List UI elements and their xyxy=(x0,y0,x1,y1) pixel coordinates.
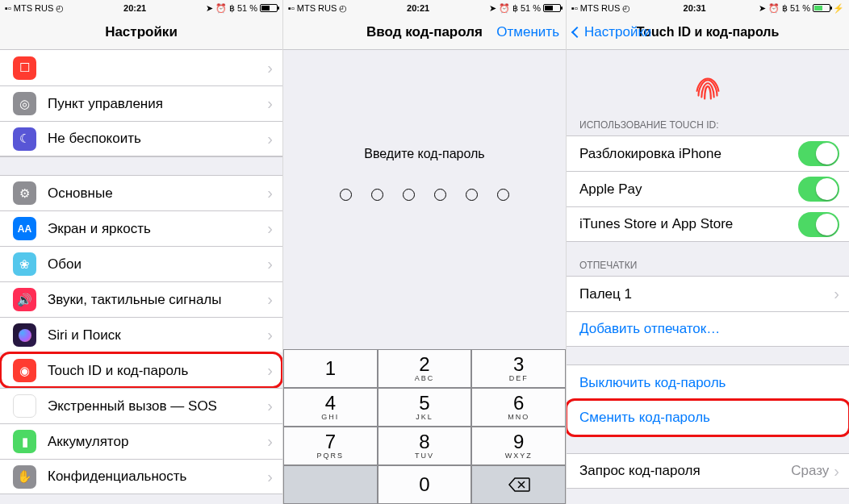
cancel-button[interactable]: Отменить xyxy=(490,15,566,50)
chevron-right-icon: › xyxy=(834,285,839,303)
settings-row-cut[interactable]: ☐ › xyxy=(0,50,282,85)
bluetooth-icon: ฿ xyxy=(782,3,788,14)
row-label: Добавить отпечаток… xyxy=(579,321,839,337)
nav-bar: Ввод код-пароля Отменить xyxy=(283,15,566,50)
nav-bar: Настройки xyxy=(0,15,282,50)
chevron-right-icon: › xyxy=(834,462,839,481)
passcode-dot xyxy=(434,189,446,201)
bluetooth-icon: ฿ xyxy=(512,3,518,14)
hand-icon: ✋ xyxy=(13,465,36,489)
settings-row-siri[interactable]: Siri и Поиск› xyxy=(0,317,282,352)
key-7[interactable]: 7PQRS xyxy=(283,427,378,465)
row-label: Разблокировка iPhone xyxy=(579,146,798,162)
passcode-entry-screen: ▪▫ MTS RUS ◴ 20:21 ➤ ⏰ ฿ 51 % Ввод код-п… xyxy=(283,0,567,504)
chevron-right-icon: › xyxy=(267,397,273,415)
key-5[interactable]: 5JKL xyxy=(378,388,472,427)
chevron-right-icon: › xyxy=(267,184,273,202)
back-button[interactable]: Настройки xyxy=(567,15,658,50)
row-label: Обои xyxy=(48,256,267,273)
moon-icon: ☾ xyxy=(13,127,36,151)
chevron-right-icon: › xyxy=(267,219,273,238)
row-label: Палец 1 xyxy=(579,286,834,302)
passcode-dot xyxy=(371,189,383,201)
key-9[interactable]: 9WXYZ xyxy=(471,427,566,465)
key-4[interactable]: 4GHI xyxy=(283,388,378,427)
key-8[interactable]: 8TUV xyxy=(378,427,472,465)
battery-icon xyxy=(543,4,561,12)
row-label: Не беспокоить xyxy=(48,131,267,147)
status-bar: ▪▫ MTS RUS ◴ 20:21 ➤ ⏰ ฿ 51 % xyxy=(283,0,566,15)
fingerprint-row[interactable]: Палец 1› xyxy=(567,276,849,311)
settings-row-privacy[interactable]: ✋Конфиденциальность› xyxy=(0,459,282,494)
chevron-right-icon: › xyxy=(267,59,273,77)
alarm-icon: ⏰ xyxy=(215,3,227,14)
row-label: Конфиденциальность xyxy=(48,469,267,485)
row-label: iTunes Store и App Store xyxy=(579,216,798,232)
page-title: Настройки xyxy=(105,24,178,40)
numeric-keypad: 1 2ABC 3DEF 4GHI 5JKL 6MNO 7PQRS 8TUV 9W… xyxy=(283,349,566,504)
battery-pct: 51 % xyxy=(521,3,541,13)
key-empty xyxy=(283,465,378,504)
row-label: Сменить код-пароль xyxy=(579,410,839,426)
toggle-applepay[interactable] xyxy=(798,177,839,202)
settings-row-touchid[interactable]: ◉Touch ID и код-пароль› xyxy=(0,352,282,388)
passcode-dots xyxy=(283,189,566,201)
row-label: Аккумулятор xyxy=(48,434,267,450)
siri-icon xyxy=(13,323,36,347)
page-title: Ввод код-пароля xyxy=(366,24,483,40)
gear-icon: ⚙ xyxy=(13,181,36,205)
passcode-prompt: Введите код-пароль xyxy=(283,147,566,161)
charging-icon: ⚡ xyxy=(833,3,844,14)
settings-row-battery[interactable]: ▮Аккумулятор› xyxy=(0,423,282,459)
wifi-icon: ◴ xyxy=(622,3,630,14)
toggle-itunes[interactable] xyxy=(798,212,839,237)
key-6[interactable]: 6MNO xyxy=(471,388,566,427)
carrier-label: MTS RUS xyxy=(297,3,337,13)
sound-icon: 🔊 xyxy=(13,288,36,311)
settings-row-general[interactable]: ⚙Основные› xyxy=(0,175,282,210)
signal-icon: ▪▫ xyxy=(5,3,11,13)
row-label: Touch ID и код-пароль xyxy=(48,363,267,379)
location-icon: ➤ xyxy=(206,3,213,14)
change-passcode-button[interactable]: Сменить код-пароль xyxy=(567,400,849,435)
add-fingerprint-button[interactable]: Добавить отпечаток… xyxy=(567,311,849,347)
passcode-dot xyxy=(497,189,509,201)
row-label: Siri и Поиск xyxy=(48,327,267,344)
key-3[interactable]: 3DEF xyxy=(471,349,566,388)
signal-icon: ▪▫ xyxy=(571,3,578,13)
row-label: Apple Pay xyxy=(579,181,798,198)
chevron-right-icon: › xyxy=(267,94,273,113)
settings-row-control-center[interactable]: ◎ Пункт управления › xyxy=(0,85,282,121)
backspace-icon xyxy=(508,477,530,493)
row-label: Экстренный вызов — SOS xyxy=(48,398,267,414)
key-2[interactable]: 2ABC xyxy=(378,349,472,388)
fingerprint-icon: ◉ xyxy=(13,359,36,382)
battery-icon xyxy=(260,4,278,12)
wifi-icon: ◴ xyxy=(56,3,64,14)
status-bar: ▪▫ MTS RUS ◴ 20:21 ➤ ⏰ ฿ 51 % xyxy=(0,0,282,15)
clock-label: 20:21 xyxy=(64,3,206,13)
clock-label: 20:21 xyxy=(347,3,489,13)
toggle-unlock[interactable] xyxy=(798,141,839,166)
chevron-right-icon: › xyxy=(267,255,273,273)
settings-row-dnd[interactable]: ☾ Не беспокоить › xyxy=(0,121,282,156)
settings-row-display[interactable]: AAЭкран и яркость› xyxy=(0,210,282,246)
carrier-label: MTS RUS xyxy=(580,3,621,13)
chevron-right-icon: › xyxy=(267,326,273,344)
settings-screen: ▪▫ MTS RUS ◴ 20:21 ➤ ⏰ ฿ 51 % Настройки … xyxy=(0,0,283,504)
settings-row-sounds[interactable]: 🔊Звуки, тактильные сигналы› xyxy=(0,281,282,317)
passcode-dot xyxy=(466,189,478,201)
row-label: Выключить код-пароль xyxy=(579,375,839,391)
key-backspace[interactable] xyxy=(471,465,566,504)
section-header-touchid-use: ИСПОЛЬЗОВАНИЕ TOUCH ID: xyxy=(567,115,849,135)
control-center-icon: ◎ xyxy=(13,92,36,115)
settings-row-sos[interactable]: SOSЭкстренный вызов — SOS› xyxy=(0,388,282,423)
key-1[interactable]: 1 xyxy=(283,349,378,388)
key-0[interactable]: 0 xyxy=(378,465,472,504)
settings-row-wallpaper[interactable]: ❀Обои› xyxy=(0,246,282,281)
wifi-icon: ◴ xyxy=(339,3,347,14)
disable-passcode-button[interactable]: Выключить код-пароль xyxy=(567,364,849,400)
chevron-right-icon: › xyxy=(267,468,273,486)
require-passcode-row[interactable]: Запрос код-пароляСразу› xyxy=(567,453,849,489)
battery-icon: ▮ xyxy=(13,430,36,453)
